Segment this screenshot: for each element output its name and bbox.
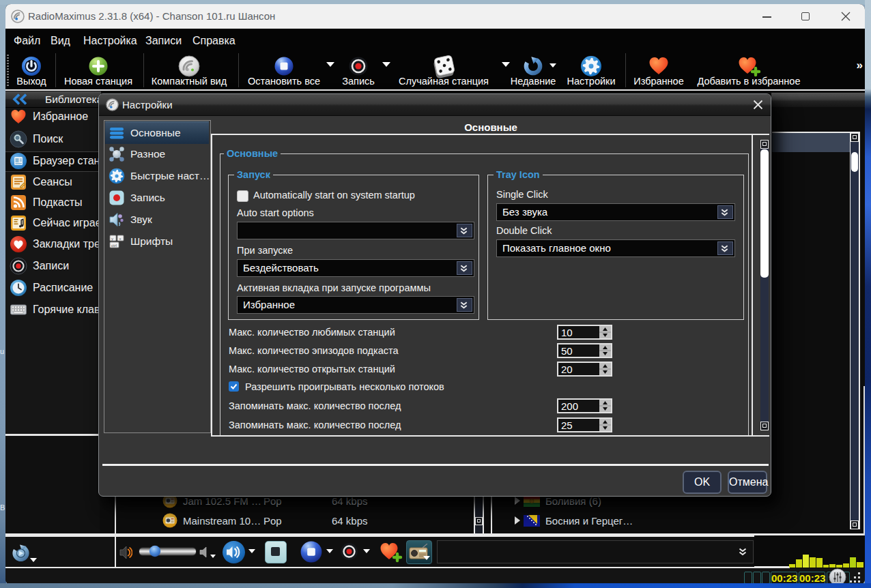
svg-text:ctrl: ctrl <box>111 244 117 248</box>
svg-text:x: x <box>119 237 122 241</box>
svg-text:y: y <box>111 237 113 241</box>
